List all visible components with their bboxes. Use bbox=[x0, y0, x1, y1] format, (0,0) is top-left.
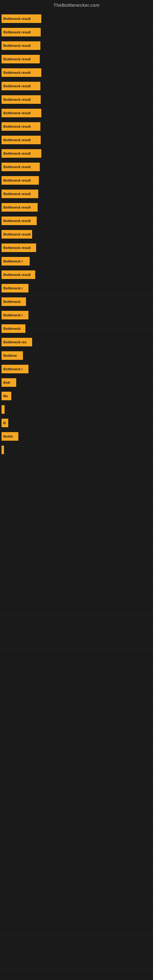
bar-item: Bottleneck result bbox=[2, 82, 40, 90]
bar-item: Bottleneck result bbox=[2, 270, 35, 279]
bar-item: Bottleneck result bbox=[2, 230, 32, 239]
bar-label: Bottleneck result bbox=[3, 165, 30, 169]
bar-label: Bott bbox=[3, 381, 10, 384]
bar-item: Bottleneck result bbox=[2, 109, 41, 117]
bar-item: Bottleneck result bbox=[2, 243, 36, 252]
bar-label: Bottleneck r bbox=[3, 367, 23, 371]
bar-item: Bottleneck result bbox=[2, 203, 38, 212]
bar-label: Bottleneck result bbox=[3, 219, 30, 223]
bar-item: Bottleneck r bbox=[2, 257, 30, 266]
bar-label: Bottleneck result bbox=[3, 232, 30, 236]
bar-item: B bbox=[2, 418, 8, 427]
bar-label: Bottleneck result bbox=[3, 30, 30, 34]
bar-label: Bottleneck bbox=[3, 300, 21, 304]
bar-item: Bottleneck r bbox=[2, 311, 29, 320]
bar-label: Bottleneck result bbox=[3, 192, 30, 196]
bar-label: Bottleneck res bbox=[3, 340, 27, 344]
bar-item: Bottleneck result bbox=[2, 14, 41, 23]
bar-item: Bott bbox=[2, 378, 16, 387]
chart-area: Bottleneck resultBottleneck resultBottle… bbox=[0, 9, 153, 974]
bar-item bbox=[2, 445, 4, 454]
bar-item: Bottleneck r bbox=[2, 284, 29, 293]
bar-label: Bottleneck result bbox=[3, 246, 30, 250]
bar-label: Bottleneck result bbox=[3, 44, 30, 48]
bar-item: Bottleneck result bbox=[2, 68, 41, 77]
bar-label: Bottleneck result bbox=[3, 205, 30, 209]
bar-item bbox=[2, 405, 5, 414]
bar-item: Bottleneck result bbox=[2, 136, 41, 144]
bar-label: Bottleneck result bbox=[3, 98, 30, 101]
bar-item: Bottleneck res bbox=[2, 338, 32, 346]
bar-item: Bottleneck bbox=[2, 324, 26, 333]
bar-label: Bottleneck bbox=[3, 327, 21, 331]
bar-label: Bo bbox=[3, 394, 8, 398]
site-title: TheBottlenecker.com bbox=[0, 0, 153, 9]
bar-label: Bottleneck result bbox=[3, 273, 30, 277]
bar-label: Bottleneck result bbox=[3, 17, 30, 21]
bar-label: Bottleneck result bbox=[3, 151, 30, 155]
bar-item: Bottleneck bbox=[2, 298, 26, 306]
bar-label: Bottleneck r bbox=[3, 313, 23, 317]
bar-label: Bottleneck r bbox=[3, 286, 23, 290]
bar-item: Bottle bbox=[2, 432, 18, 441]
bar-label: Bottleneck r bbox=[3, 259, 23, 263]
bar-item: Bottleneck result bbox=[2, 176, 39, 185]
bar-item: Bottlene bbox=[2, 351, 23, 360]
bar-label: Bottleneck result bbox=[3, 71, 30, 75]
bar-label: Bottleneck result bbox=[3, 138, 30, 142]
bar-item: Bottleneck result bbox=[2, 95, 41, 104]
bar-item: Bottleneck result bbox=[2, 216, 37, 225]
bar-item: Bottleneck result bbox=[2, 122, 40, 131]
bar-item: Bo bbox=[2, 392, 11, 400]
bar-label: Bottleneck result bbox=[3, 111, 30, 115]
bar-label: Bottleneck result bbox=[3, 125, 30, 128]
bar-item: Bottleneck result bbox=[2, 162, 40, 171]
bar-label: Bottleneck result bbox=[3, 178, 30, 182]
bar-item: Bottleneck result bbox=[2, 189, 38, 198]
bar-label: Bottle bbox=[3, 434, 13, 438]
bar-item: Bottleneck result bbox=[2, 28, 41, 37]
bar-item: Bottleneck result bbox=[2, 41, 40, 50]
bar-label: Bottleneck result bbox=[3, 57, 30, 61]
bar-label: Bottleneck result bbox=[3, 84, 30, 88]
bar-item: Bottleneck r bbox=[2, 365, 29, 373]
bar-item: Bottleneck result bbox=[2, 149, 41, 158]
bar-label: B bbox=[3, 421, 6, 425]
bar-label: Bottlene bbox=[3, 354, 17, 357]
bar-item: Bottleneck result bbox=[2, 55, 40, 64]
